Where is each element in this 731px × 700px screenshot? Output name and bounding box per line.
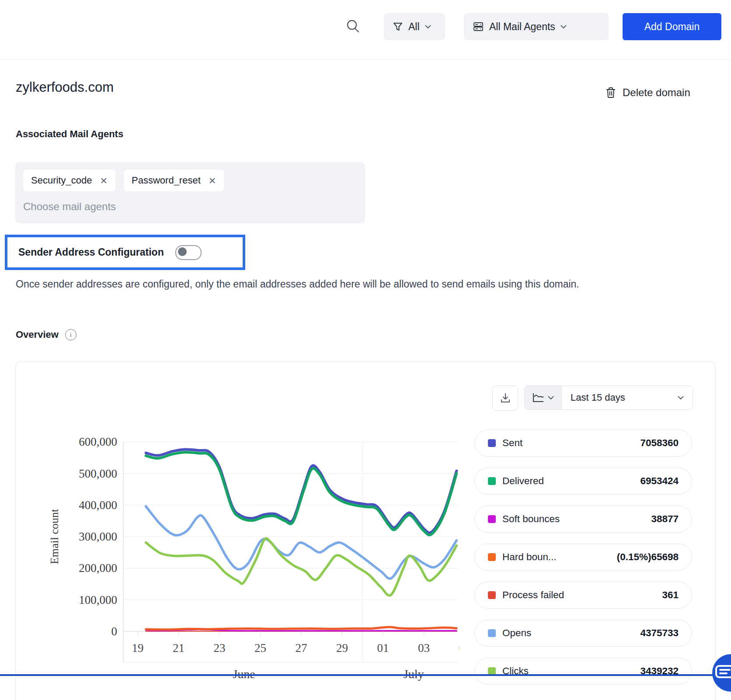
svg-text:23: 23 — [214, 641, 226, 655]
svg-text:01: 01 — [377, 641, 389, 655]
legend-value: (0.15%)65698 — [617, 551, 679, 563]
svg-text:500,000: 500,000 — [79, 467, 117, 480]
legend-value: 7058360 — [640, 437, 679, 449]
legend-color-swatch — [488, 477, 496, 485]
svg-text:600,000: 600,000 — [79, 435, 117, 448]
legend-color-swatch — [488, 515, 496, 523]
legend-item-process-failed[interactable]: Process failed 361 — [474, 582, 692, 609]
svg-text:29: 29 — [336, 641, 348, 655]
legend-value: 38877 — [651, 513, 679, 525]
legend-label: Opens — [502, 627, 640, 639]
legend-value: 4375733 — [640, 627, 679, 639]
legend-label: Sent — [502, 437, 640, 449]
svg-text:0: 0 — [111, 625, 118, 638]
legend-item-soft-bounces[interactable]: Soft bounces 38877 — [474, 506, 692, 533]
legend-item-clicks[interactable]: Clicks 3439232 — [474, 658, 692, 685]
legend-item-delivered[interactable]: Delivered 6953424 — [474, 468, 692, 495]
svg-text:400,000: 400,000 — [79, 499, 117, 512]
svg-text:25: 25 — [254, 641, 266, 655]
app-screen: All All Mail Agents Add Domain zylkerfoo… — [0, 0, 731, 700]
legend-color-swatch — [488, 439, 496, 447]
svg-text:27: 27 — [296, 641, 307, 655]
legend-label: Soft bounces — [502, 513, 651, 525]
legend-item-sent[interactable]: Sent 7058360 — [474, 430, 692, 457]
svg-text:300,000: 300,000 — [79, 530, 117, 543]
legend-value: 6953424 — [640, 475, 679, 487]
legend-value: 361 — [662, 589, 679, 601]
legend-color-swatch — [488, 629, 496, 637]
legend-label: Process failed — [502, 589, 662, 601]
legend-color-swatch — [488, 553, 496, 561]
bottom-annotation-line — [0, 674, 714, 676]
legend-item-hard-boun-[interactable]: Hard boun... (0.15%)65698 — [474, 544, 692, 571]
legend-label: Hard boun... — [502, 551, 617, 563]
svg-text:21: 21 — [173, 641, 184, 655]
legend-color-swatch — [488, 591, 496, 599]
svg-text:03: 03 — [418, 641, 430, 655]
legend-item-opens[interactable]: Opens 4375733 — [474, 620, 692, 647]
legend-label: Delivered — [502, 475, 640, 487]
chat-icon — [715, 664, 731, 682]
svg-text:05: 05 — [459, 641, 471, 655]
svg-text:100,000: 100,000 — [79, 593, 117, 606]
svg-text:200,000: 200,000 — [79, 561, 117, 575]
svg-text:19: 19 — [132, 641, 144, 655]
svg-text:Email count: Email count — [48, 509, 61, 564]
